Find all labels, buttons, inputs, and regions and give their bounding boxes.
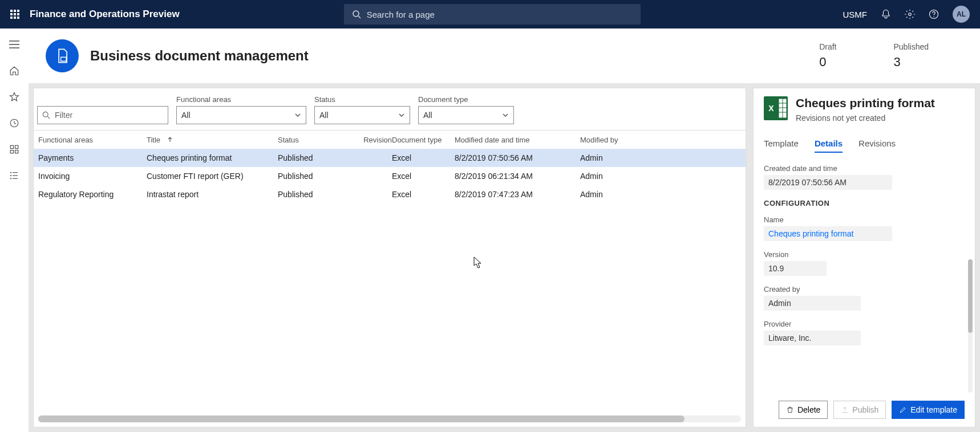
counter-draft[interactable]: Draft 0 [819, 42, 836, 70]
excel-file-icon: X [764, 96, 788, 120]
cell-doctype: Excel [392, 190, 455, 199]
settings-gear-icon[interactable] [905, 9, 915, 19]
counter-draft-value: 0 [819, 55, 836, 70]
svg-point-20 [43, 112, 48, 117]
tab-template[interactable]: Template [764, 138, 799, 153]
name-label: Name [764, 215, 959, 224]
functional-areas-label: Functional areas [176, 95, 306, 104]
publish-button: Publish [833, 401, 886, 419]
chevron-down-icon [502, 112, 509, 119]
chevron-down-icon [294, 112, 301, 119]
legal-entity-selector[interactable]: USMF [843, 10, 868, 19]
cell-mby: Admin [580, 153, 643, 162]
svg-line-21 [47, 116, 50, 119]
app-title: Finance and Operations Preview [30, 9, 180, 20]
th-functional-areas[interactable]: Functional areas [38, 136, 147, 144]
cell-mby: Admin [580, 190, 643, 199]
th-modified-by[interactable]: Modified by [580, 136, 643, 144]
cell-mby: Admin [580, 172, 643, 181]
th-title[interactable]: Title [147, 136, 278, 144]
svg-rect-10 [15, 145, 18, 148]
global-search-input[interactable]: Search for a page [344, 4, 641, 25]
th-modified-datetime[interactable]: Modified date and time [455, 136, 580, 144]
svg-point-0 [353, 11, 359, 17]
table-row[interactable]: Regulatory Reporting Intrastat report Pu… [34, 185, 746, 203]
filter-placeholder: Filter [55, 111, 72, 120]
svg-rect-19 [61, 57, 66, 61]
version-label: Version [764, 250, 959, 259]
modules-list-icon[interactable] [9, 170, 20, 181]
created-label: Created date and time [764, 164, 959, 173]
counter-published-label: Published [894, 42, 929, 51]
svg-point-2 [909, 13, 912, 16]
details-body: Created date and time 8/2/2019 07:50:56 … [764, 164, 965, 395]
svg-point-13 [10, 172, 11, 173]
svg-point-17 [10, 178, 11, 179]
table-body: Payments Cheques printing format Publish… [34, 149, 746, 203]
help-icon[interactable] [929, 9, 939, 19]
details-vertical-scrollbar[interactable] [968, 259, 973, 393]
user-avatar[interactable]: AL [953, 6, 970, 23]
filters-row: Filter Functional areas All Status All [34, 95, 746, 130]
pencil-icon [899, 406, 907, 414]
tab-revisions[interactable]: Revisions [858, 138, 896, 153]
search-icon [352, 10, 361, 19]
filter-search-icon [42, 111, 50, 119]
svg-rect-11 [10, 150, 13, 153]
cell-status: Published [278, 190, 346, 199]
svg-point-4 [933, 17, 934, 18]
search-placeholder: Search for a page [367, 10, 435, 19]
status-select[interactable]: All [314, 106, 410, 124]
filter-input[interactable]: Filter [37, 106, 168, 124]
name-value-link[interactable]: Cheques printing format [764, 226, 892, 241]
cell-status: Published [278, 153, 346, 162]
table-row[interactable]: Invoicing Customer FTI report (GER) Publ… [34, 167, 746, 185]
details-footer: Delete Publish Edit template [764, 395, 965, 419]
th-doctype[interactable]: Document type [392, 136, 455, 144]
table-row[interactable]: Payments Cheques printing format Publish… [34, 149, 746, 167]
svg-text:X: X [768, 104, 774, 113]
sort-asc-icon [167, 137, 173, 142]
trash-icon [786, 406, 794, 414]
hamburger-icon[interactable] [9, 39, 20, 50]
edit-template-button[interactable]: Edit template [892, 401, 965, 419]
cell-title: Customer FTI report (GER) [147, 172, 278, 181]
th-status[interactable]: Status [278, 136, 346, 144]
horizontal-scrollbar[interactable] [38, 415, 741, 422]
doctype-select[interactable]: All [418, 106, 514, 124]
svg-rect-9 [10, 145, 13, 148]
tab-details[interactable]: Details [815, 138, 843, 153]
counter-draft-label: Draft [819, 42, 836, 51]
cell-mdt: 8/2/2019 07:47:23 AM [455, 190, 580, 199]
recent-clock-icon[interactable] [9, 117, 20, 129]
cell-doctype: Excel [392, 153, 455, 162]
home-icon[interactable] [9, 65, 20, 76]
counter-published-value: 3 [894, 55, 929, 70]
functional-areas-select[interactable]: All [176, 106, 306, 124]
delete-button[interactable]: Delete [779, 401, 828, 419]
provider-label: Provider [764, 320, 959, 328]
createdby-label: Created by [764, 285, 959, 294]
notifications-icon[interactable] [881, 9, 891, 19]
details-tabs: Template Details Revisions [764, 138, 965, 153]
page-title: Business document management [90, 48, 309, 64]
created-value: 8/2/2019 07:50:56 AM [764, 175, 892, 190]
functional-areas-value: All [181, 111, 191, 120]
left-navigation-rail [0, 28, 29, 432]
provider-value: Litware, Inc. [764, 331, 861, 345]
cell-fa: Payments [38, 153, 147, 162]
cell-title: Intrastat report [147, 190, 278, 199]
th-revision[interactable]: Revision [346, 136, 392, 144]
cell-fa: Invoicing [38, 172, 147, 181]
favorites-star-icon[interactable] [9, 91, 20, 103]
configuration-header: CONFIGURATION [764, 199, 959, 207]
documents-table: Functional areas Title Status Revision D… [34, 130, 746, 203]
app-launcher-icon[interactable] [10, 10, 19, 19]
details-panel: X Cheques printing format Revisions not … [753, 88, 975, 427]
status-filter-label: Status [314, 95, 410, 104]
counter-published[interactable]: Published 3 [894, 42, 929, 70]
workspaces-grid-icon[interactable] [9, 144, 20, 155]
documents-panel: Filter Functional areas All Status All [33, 88, 746, 427]
workspace-band: Filter Functional areas All Status All [29, 83, 980, 432]
svg-point-15 [10, 175, 11, 176]
